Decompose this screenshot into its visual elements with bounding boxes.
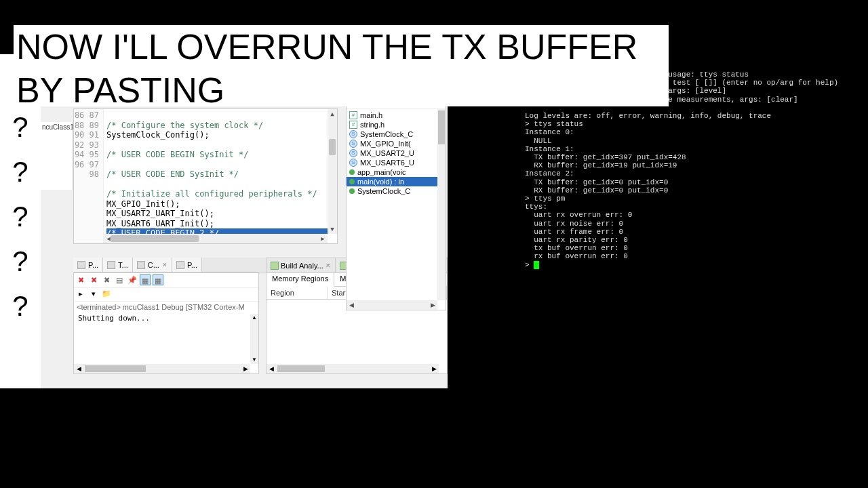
scroll-lock-icon[interactable]: ▦ xyxy=(140,274,151,285)
scroll-right-icon[interactable]: ▶ xyxy=(241,364,250,373)
outline-item-label: SystemClock_C xyxy=(360,130,413,138)
question-mark-icon: ? xyxy=(0,111,41,144)
question-mark-icon: ? xyxy=(0,201,41,233)
code-body[interactable]: /* Configure the system clock */ SystemC… xyxy=(106,109,328,234)
close-icon[interactable]: ✕ xyxy=(162,262,167,268)
scroll-thumb[interactable] xyxy=(277,365,325,372)
chart-icon xyxy=(271,262,279,270)
outline-panel: ⇅ ✦ ◐ ● # #main.h#string.hSSystemClock_C… xyxy=(346,94,446,310)
tab-label: C... xyxy=(148,261,159,269)
outline-item[interactable]: main(void) : in xyxy=(347,177,446,186)
method-icon xyxy=(349,179,355,184)
method-icon xyxy=(349,188,355,194)
terminate-all-icon[interactable]: ✖ xyxy=(88,274,99,285)
outline-item-label: MX_GPIO_Init( xyxy=(360,140,411,148)
outline-item-label: MX_USART6_U xyxy=(360,159,414,167)
console-hscrollbar[interactable]: ◀ ▶ xyxy=(74,364,250,373)
tab-label: P... xyxy=(187,261,197,269)
outline-item[interactable]: SMX_GPIO_Init( xyxy=(347,139,446,148)
col-region[interactable]: Region xyxy=(267,287,328,299)
outline-item[interactable]: #main.h xyxy=(347,110,446,120)
scroll-left-icon[interactable]: ◀ xyxy=(74,364,83,373)
scroll-thumb[interactable] xyxy=(85,365,146,372)
tab-problems[interactable]: P... xyxy=(73,258,103,272)
scroll-down-icon[interactable]: ▼ xyxy=(328,224,337,234)
function-icon: S xyxy=(349,149,357,157)
outline-vscrollbar[interactable] xyxy=(437,109,446,300)
outline-item[interactable]: SystemClock_C xyxy=(347,186,446,196)
wrap-icon[interactable]: ▦ xyxy=(153,274,163,285)
tab-properties[interactable]: P... xyxy=(172,258,202,272)
tab-label: Build Analy... xyxy=(281,262,323,270)
project-tree[interactable]: ncuClass1 xyxy=(41,122,73,190)
question-mark-icon: ? xyxy=(0,156,41,188)
caption-overlay: NOW I'LL OVERRUN THE TX BUFFER BY PASTIN… xyxy=(14,25,669,106)
build-hscrollbar[interactable]: ◀ ▶ xyxy=(267,364,439,373)
scroll-thumb[interactable] xyxy=(329,139,336,155)
outline-item-label: main.h xyxy=(360,111,382,119)
scroll-right-icon[interactable]: ▶ xyxy=(428,300,437,310)
outline-list: #main.h#string.hSSystemClock_CSMX_GPIO_I… xyxy=(347,109,446,197)
scroll-thumb[interactable] xyxy=(111,235,199,242)
outline-item[interactable]: SMX_USART2_U xyxy=(347,148,446,158)
tab-icon xyxy=(77,261,85,269)
scroll-left-icon[interactable]: ◀ xyxy=(347,300,356,310)
tab-tasks[interactable]: T... xyxy=(103,258,133,272)
outline-item-label: MX_USART2_U xyxy=(360,149,414,157)
outline-item[interactable]: app_main(voic xyxy=(347,167,446,177)
terminate-icon[interactable]: ✖ xyxy=(75,274,86,285)
display-icon[interactable]: ▾ xyxy=(88,289,99,300)
scroll-left-icon[interactable]: ◀ xyxy=(267,364,276,373)
tab-icon xyxy=(176,261,184,269)
question-mark-icon: ? xyxy=(0,290,41,323)
function-icon: S xyxy=(349,130,357,138)
console-title: <terminated> mcuClass1 Debug [STM32 Cort… xyxy=(74,302,258,312)
outline-item-label: app_main(voic xyxy=(357,168,406,176)
scroll-up-icon[interactable]: ▲ xyxy=(250,314,258,322)
question-mark-icon: ? xyxy=(0,245,41,278)
subtab-memory-regions[interactable]: Memory Regions xyxy=(267,273,334,287)
terminal-cursor xyxy=(534,261,539,269)
pin-icon[interactable]: 📌 xyxy=(127,274,138,285)
editor-vscrollbar[interactable]: ▲ ▼ xyxy=(328,109,337,234)
serial-terminal[interactable]: ttys status: Get module status, usage: t… xyxy=(448,68,868,388)
close-icon[interactable]: ✕ xyxy=(326,262,331,269)
outline-item[interactable]: SSystemClock_C xyxy=(347,129,446,139)
outline-item[interactable]: SMX_USART6_U xyxy=(347,158,446,167)
console-vscrollbar[interactable]: ▲ ▼ xyxy=(250,314,258,364)
scroll-thumb[interactable] xyxy=(438,110,445,144)
tab-icon xyxy=(107,261,115,269)
new-console-icon[interactable]: ▸ xyxy=(75,289,86,300)
scroll-right-icon[interactable]: ▶ xyxy=(318,234,328,243)
scroll-right-icon[interactable]: ▶ xyxy=(429,364,439,373)
console-output: Shutting down... xyxy=(74,312,258,324)
outline-item-label: string.h xyxy=(360,121,384,129)
tab-label: T... xyxy=(118,261,128,269)
outline-item[interactable]: #string.h xyxy=(347,120,446,129)
tab-icon xyxy=(137,261,145,269)
function-icon: S xyxy=(349,140,357,148)
tab-label: P... xyxy=(88,261,98,269)
remove-icon[interactable]: ✖ xyxy=(101,274,112,285)
outline-item-label: SystemClock_C xyxy=(357,187,410,195)
clear-icon[interactable]: ▤ xyxy=(114,274,125,285)
tab-build-analyzer[interactable]: Build Analy...✕ xyxy=(267,258,336,272)
include-icon: # xyxy=(349,111,357,119)
tree-item[interactable]: ncuClass1 xyxy=(41,122,73,132)
code-editor[interactable]: 86 87 88 89 90 91 92 93 94 95 96 97 98 /… xyxy=(73,108,338,244)
outline-hscrollbar[interactable]: ◀ ▶ xyxy=(347,300,437,310)
include-icon: # xyxy=(349,121,357,129)
outline-item-label: main(void) : in xyxy=(357,178,404,186)
method-icon xyxy=(349,169,355,175)
function-icon: S xyxy=(349,159,357,167)
open-icon[interactable]: 📁 xyxy=(101,289,112,300)
scroll-up-icon[interactable]: ▲ xyxy=(328,109,337,119)
editor-hscrollbar[interactable]: ◀ ▶ xyxy=(104,234,328,243)
console-panel: ✖ ✖ ✖ ▤ 📌 ▦ ▦ ▸ ▾ 📁 <terminated> mcuClas… xyxy=(73,272,259,374)
line-number-gutter: 86 87 88 89 90 91 92 93 94 95 96 97 98 xyxy=(74,109,104,243)
console-toolbar: ✖ ✖ ✖ ▤ 📌 ▦ ▦ xyxy=(74,273,258,288)
scroll-down-icon[interactable]: ▼ xyxy=(250,356,258,364)
tab-console[interactable]: C...✕ xyxy=(133,258,172,272)
